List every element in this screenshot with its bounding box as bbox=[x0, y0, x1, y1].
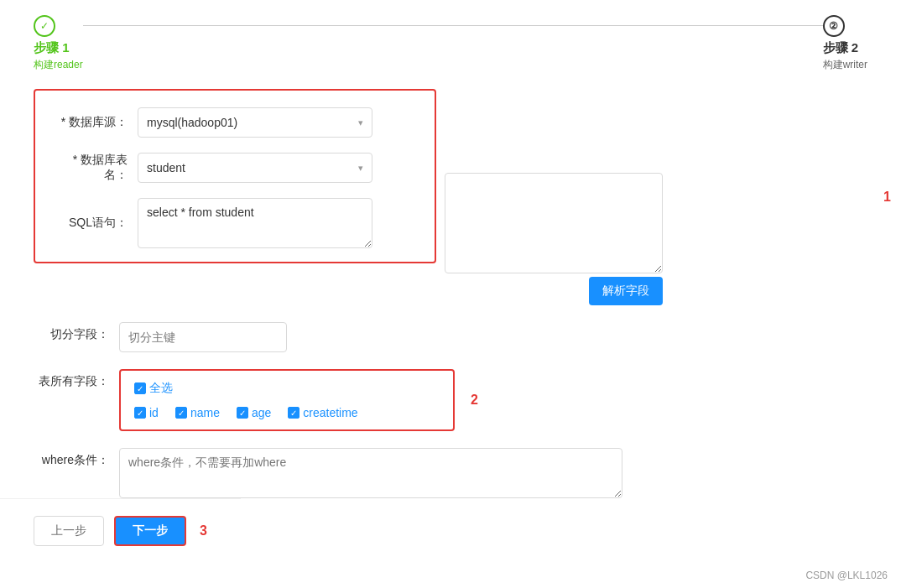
section1-label: 1 bbox=[883, 190, 891, 205]
field-createtime-label[interactable]: createtime bbox=[303, 406, 357, 419]
check-icon: ✓ bbox=[290, 408, 297, 418]
check-icon: ✓ bbox=[239, 408, 246, 418]
field-createtime-checkbox[interactable]: ✓ bbox=[288, 407, 299, 419]
fields-row: 表所有字段： ✓ 全选 bbox=[34, 369, 867, 431]
select-all-checkbox[interactable]: ✓ bbox=[134, 382, 146, 394]
prev-button[interactable]: 上一步 bbox=[34, 516, 104, 546]
sql-extended-area: 解析字段 bbox=[445, 89, 663, 305]
field-name-label[interactable]: name bbox=[190, 406, 220, 419]
sql-label: SQL语句： bbox=[52, 216, 128, 231]
field-age-label[interactable]: age bbox=[252, 406, 271, 419]
db-table-row: * 数据库表名： student ▾ bbox=[52, 153, 418, 183]
field-name-checkbox[interactable]: ✓ bbox=[175, 407, 187, 419]
next-button[interactable]: 下一步 bbox=[114, 516, 186, 546]
field-id-checkbox[interactable]: ✓ bbox=[134, 407, 146, 419]
db-source-label: * 数据库源： bbox=[52, 115, 128, 130]
section1-red-box: * 数据库源： mysql(hadoop01) ▾ * 数据库表名： stude… bbox=[34, 89, 436, 263]
field-createtime-item: ✓ createtime bbox=[288, 406, 357, 419]
db-table-label: * 数据库表名： bbox=[52, 153, 128, 183]
select-all-row: ✓ 全选 bbox=[134, 381, 440, 396]
split-label: 切分字段： bbox=[34, 322, 109, 342]
fields-red-box: ✓ 全选 ✓ id bbox=[119, 369, 455, 431]
sql-row: SQL语句： bbox=[52, 198, 418, 248]
step2-sublabel: 构建writer bbox=[823, 58, 867, 72]
db-table-value: student bbox=[147, 161, 185, 174]
watermark: CSDN @LKL1026 bbox=[805, 570, 888, 581]
step2-circle: ② bbox=[823, 15, 845, 37]
check-icon: ✓ bbox=[178, 408, 185, 418]
field-checkboxes-row: ✓ id ✓ name ✓ bbox=[134, 406, 440, 419]
select-all-item: ✓ 全选 bbox=[134, 381, 173, 396]
select-all-label[interactable]: 全选 bbox=[149, 381, 173, 396]
fields-label: 表所有字段： bbox=[34, 369, 109, 389]
split-input[interactable] bbox=[119, 322, 287, 352]
field-age-checkbox[interactable]: ✓ bbox=[237, 407, 248, 419]
main-content: * 数据库源： mysql(hadoop01) ▾ * 数据库表名： stude… bbox=[0, 81, 901, 532]
db-table-select[interactable]: student ▾ bbox=[138, 153, 372, 183]
step-header: ✓ 步骤 1 构建reader ② 步骤 2 构建writer bbox=[0, 0, 901, 81]
step1-sublabel: 构建reader bbox=[34, 58, 83, 72]
split-field-row: 切分字段： bbox=[34, 322, 867, 352]
field-id-item: ✓ id bbox=[134, 406, 159, 419]
check-icon: ✓ bbox=[137, 384, 143, 393]
section2-label: 2 bbox=[471, 393, 478, 408]
db-source-select[interactable]: mysql(hadoop01) ▾ bbox=[138, 107, 372, 138]
field-age-item: ✓ age bbox=[237, 406, 271, 419]
where-label: where条件： bbox=[34, 448, 109, 468]
field-name-item: ✓ name bbox=[175, 406, 220, 419]
bottom-bar: 上一步 下一步 3 bbox=[0, 498, 241, 563]
db-source-value: mysql(hadoop01) bbox=[147, 116, 237, 129]
where-input[interactable] bbox=[119, 448, 622, 498]
step1-label: 步骤 1 bbox=[34, 40, 70, 56]
step1-block: ✓ 步骤 1 构建reader bbox=[34, 15, 83, 72]
parse-button[interactable]: 解析字段 bbox=[589, 277, 663, 305]
db-source-chevron-icon: ▾ bbox=[358, 117, 363, 128]
fields-container: ✓ 全选 ✓ id bbox=[119, 369, 455, 431]
step1-circle: ✓ bbox=[34, 15, 55, 37]
check-icon: ✓ bbox=[137, 408, 143, 418]
db-source-row: * 数据库源： mysql(hadoop01) ▾ bbox=[52, 107, 418, 138]
section3-label: 3 bbox=[200, 523, 207, 539]
where-row: where条件： bbox=[34, 448, 867, 498]
sql-input[interactable] bbox=[138, 198, 372, 248]
sql-extended-input[interactable] bbox=[445, 173, 663, 273]
step2-block: ② 步骤 2 构建writer bbox=[823, 15, 867, 72]
field-id-label[interactable]: id bbox=[149, 406, 159, 419]
outer-form: 切分字段： 表所有字段： ✓ 全选 bbox=[34, 322, 867, 498]
step-connector bbox=[83, 25, 823, 26]
db-table-chevron-icon: ▾ bbox=[358, 163, 363, 174]
step2-label: 步骤 2 bbox=[823, 40, 859, 56]
